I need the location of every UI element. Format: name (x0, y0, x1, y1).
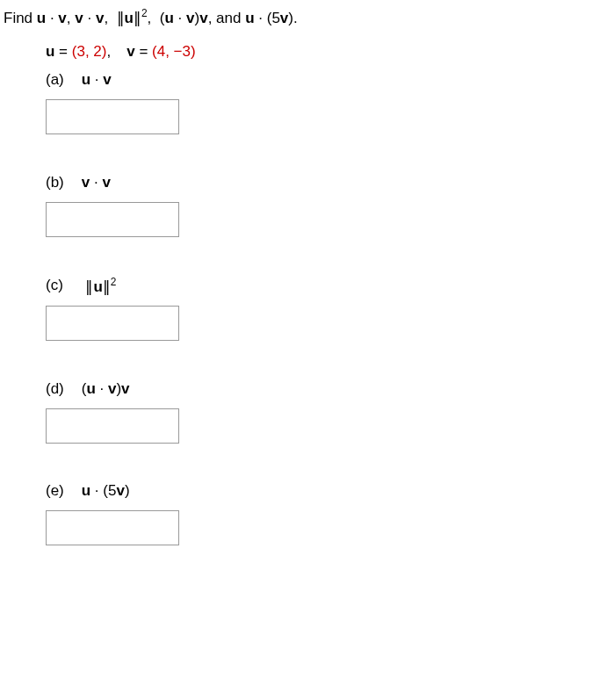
problem-intro: Find u · v, v · v, ‖u‖2, (u · v)v, and u… (4, 7, 603, 27)
part-d-expr: (u · v)v (82, 380, 130, 398)
part-c-expr: ‖u‖2 (82, 276, 117, 296)
part-c-letter: (c) (46, 277, 77, 294)
part-b-expr: v · v (82, 174, 111, 191)
v-value: (4, −3) (152, 43, 196, 60)
part-e-expr: u · (5v) (82, 482, 130, 500)
part-a-expr: u · v (82, 71, 112, 89)
answer-input-d[interactable] (46, 408, 179, 444)
given-vectors: u = (3, 2),v = (4, −3) (46, 43, 603, 61)
part-e-letter: (e) (46, 482, 77, 500)
part-a: (a) u · v (46, 71, 603, 135)
answer-input-c[interactable] (46, 306, 179, 341)
part-e: (e) u · (5v) (46, 482, 603, 546)
part-c: (c) ‖u‖2 (46, 276, 603, 342)
part-d: (d) (u · v)v (46, 379, 603, 444)
answer-input-b[interactable] (46, 202, 179, 237)
part-d-letter: (d) (46, 380, 77, 398)
answer-input-e[interactable] (46, 510, 179, 545)
part-a-letter: (a) (46, 71, 77, 89)
part-b: (b) v · v (46, 173, 603, 237)
part-b-letter: (b) (46, 174, 77, 191)
u-value: (3, 2) (72, 43, 107, 60)
answer-input-a[interactable] (46, 99, 179, 134)
intro-v1: v (58, 10, 66, 26)
intro-u1: u (37, 10, 46, 26)
intro-prefix: Find (4, 10, 37, 26)
